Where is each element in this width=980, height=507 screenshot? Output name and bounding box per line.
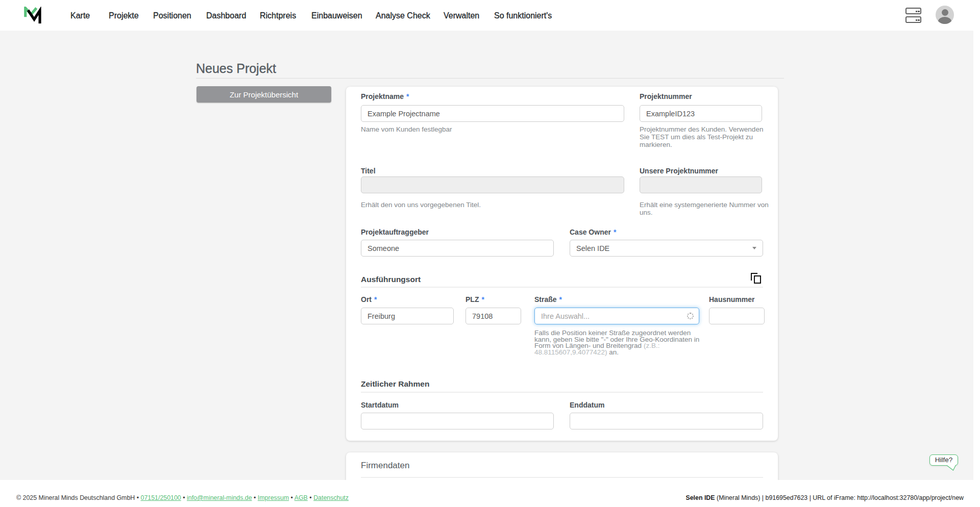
required-asterisk: * [614, 228, 616, 236]
project-form-card: Projektname* Name vom Kunden festlegbar … [346, 87, 778, 441]
app: Karte Projekte Positionen Dashboard Rich… [0, 0, 980, 507]
ort-input[interactable] [361, 308, 454, 324]
footer-link-email[interactable]: info@mineral-minds.de [187, 494, 252, 501]
footer-session-info: Selen IDE (Mineral Minds) | b91695ed7623… [685, 494, 964, 501]
nav-item-analyse-check[interactable]: Analyse Check [376, 11, 430, 20]
nav-item-so-funktionierts[interactable]: So funktioniert's [494, 11, 552, 20]
projektnummer-input[interactable] [640, 105, 762, 122]
help-button-tail [946, 465, 957, 471]
enddatum-input[interactable] [570, 413, 763, 429]
nav-item-karte[interactable]: Karte [70, 11, 90, 20]
hint-titel: Erhält den von uns vorgegebenen Titel. [361, 201, 481, 209]
label-enddatum: Enddatum [570, 401, 604, 410]
label-projektname: Projektname* [361, 92, 409, 101]
server-icon[interactable] [905, 8, 922, 23]
label-case-owner: Case Owner* [570, 228, 616, 237]
nav-item-dashboard[interactable]: Dashboard [206, 11, 246, 20]
projektname-input[interactable] [361, 105, 624, 122]
plz-input[interactable] [465, 308, 521, 324]
unsere-projektnummer-input[interactable] [640, 176, 762, 193]
help-button[interactable]: Hilfe? [929, 454, 958, 466]
footer-link-impressum[interactable]: Impressum [258, 494, 289, 501]
label-projektauftraggeber: Projektauftraggeber [361, 228, 429, 237]
hausnummer-input[interactable] [709, 308, 765, 324]
hint-unsere-projektnummer: Erhält eine systemgenerierte Nummer von … [640, 201, 769, 216]
section-header-zeitlicher-rahmen: Zeitlicher Rahmen [361, 379, 429, 389]
required-asterisk: * [374, 295, 377, 303]
footer-link-agb[interactable]: AGB [295, 494, 308, 501]
mineral-minds-logo[interactable] [24, 7, 41, 24]
section-divider-zeitlicher-rahmen [361, 392, 763, 393]
section-title-firmendaten: Firmendaten [361, 461, 409, 471]
copy-icon[interactable] [751, 273, 762, 284]
label-projektnummer: Projektnummer [640, 92, 692, 101]
loading-spinner-icon [687, 313, 694, 319]
back-to-projects-button[interactable]: Zur Projektübersicht [197, 86, 331, 103]
projektauftraggeber-input[interactable] [361, 240, 554, 257]
required-asterisk: * [406, 92, 409, 100]
label-unsere-projektnummer: Unsere Projektnummer [640, 167, 718, 175]
scrollbar-track[interactable] [973, 0, 980, 507]
footer-link-datenschutz[interactable]: Datenschutz [313, 494, 349, 501]
label-ort: Ort* [361, 295, 377, 304]
footer-copyright: © 2025 Mineral Minds Deutschland GmbH [16, 494, 135, 501]
startdatum-input[interactable] [361, 413, 554, 429]
section-divider-firmendaten [361, 477, 763, 478]
section-divider-ausfuehrungsort [361, 287, 763, 288]
nav-item-einbauweisen[interactable]: Einbauweisen [311, 11, 362, 20]
required-asterisk: * [481, 295, 484, 303]
strasse-input[interactable] [534, 308, 699, 324]
header: Karte Projekte Positionen Dashboard Rich… [0, 0, 980, 31]
label-hausnummer: Hausnummer [709, 295, 754, 304]
hint-strasse: Falls die Position keiner Straße zugeord… [534, 330, 706, 356]
label-startdatum: Startdatum [361, 401, 399, 410]
footer-user: Selen IDE [685, 494, 715, 501]
nav-item-richtpreis[interactable]: Richtpreis [260, 11, 296, 20]
title-divider [196, 78, 784, 79]
hint-projektname: Name vom Kunden festlegbar [361, 125, 452, 133]
label-titel: Titel [361, 167, 376, 175]
page-title: Neues Projekt [196, 61, 276, 76]
section-header-ausfuehrungsort: Ausführungsort [361, 275, 421, 284]
hint-projektnummer: Projektnummer des Kunden. Verwenden Sie … [640, 125, 769, 148]
titel-input[interactable] [361, 176, 624, 193]
label-plz: PLZ* [465, 295, 484, 304]
footer: © 2025 Mineral Minds Deutschland GmbH • … [0, 480, 980, 507]
required-asterisk: * [559, 295, 562, 303]
footer-link-phone[interactable]: 07151/250100 [141, 494, 181, 501]
label-strasse: Straße* [534, 295, 562, 304]
nav-item-projekte[interactable]: Projekte [109, 11, 139, 20]
nav-item-positionen[interactable]: Positionen [153, 11, 191, 20]
user-avatar-icon[interactable] [936, 6, 954, 24]
nav-item-verwalten[interactable]: Verwalten [444, 11, 479, 20]
footer-left: © 2025 Mineral Minds Deutschland GmbH • … [16, 494, 349, 501]
case-owner-select[interactable] [570, 240, 763, 257]
